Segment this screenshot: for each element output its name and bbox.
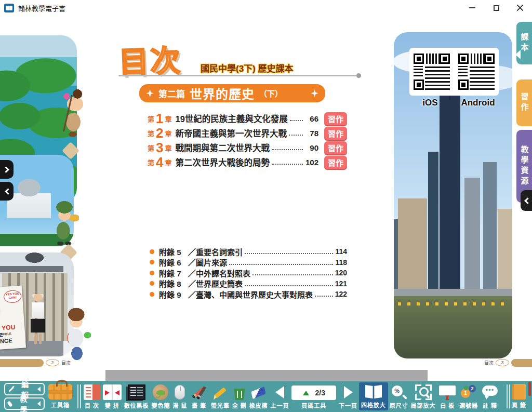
tool-附錄 6[interactable]: 附錄 6 ／圖片來源 118	[150, 257, 347, 268]
bullet-icon	[150, 260, 154, 264]
chapter-row[interactable]: 第 2 章 新帝國主義與第一次世界大戰 78 習作	[148, 126, 347, 140]
partial-zoom-icon	[415, 384, 432, 400]
pencil-icon	[9, 387, 14, 392]
minimize-button[interactable]	[460, 1, 484, 15]
tool-original-size[interactable]: 原尺寸	[389, 383, 409, 410]
quad-zoom-icon	[364, 384, 383, 400]
section-banner: 第二篇 世界的歷史 （下）	[139, 84, 325, 102]
page-forward-edge-button[interactable]	[0, 160, 14, 179]
tool-dual-page[interactable]: 雙 拼	[102, 383, 123, 410]
bullet-icon	[150, 271, 154, 275]
highlighter-icon	[211, 384, 230, 400]
tool-annotation[interactable]: 註 釋	[480, 383, 500, 410]
appendix-title[interactable]: ／臺灣、中國與世界歷史大事對照表	[188, 289, 313, 300]
workbook-badge[interactable]: 習作	[324, 156, 347, 169]
chameleon-icon	[153, 384, 168, 400]
tool-prev-page[interactable]: 上一頁	[269, 383, 290, 410]
page-back-edge-button[interactable]	[0, 182, 14, 201]
page-number-pill: 2	[46, 359, 59, 366]
appendix-title[interactable]: ／圖片來源	[188, 257, 227, 268]
appendix-title[interactable]: ／世界歷史簡表	[188, 278, 243, 289]
app-window: 翰林教學電子書 YES YOU CAN! ANT YOU TO TACKLE M…	[0, 0, 532, 412]
appendix-name: 附錄 7	[159, 268, 188, 278]
tool-quad-zoom[interactable]: 四格放大	[359, 382, 388, 410]
tool-chameleon[interactable]: 變色龍	[150, 383, 171, 410]
page-number-display[interactable]: 2/3	[291, 386, 336, 400]
appendix-title[interactable]: ／中外譯名對照表	[188, 268, 250, 278]
tool-mouse[interactable]: 滑 鼠	[171, 383, 188, 410]
collapse-panel-button[interactable]	[521, 190, 532, 211]
tab-workbook[interactable]: 習作	[516, 79, 532, 126]
page-marker-left[interactable]: 2 目次	[0, 358, 71, 367]
appendix-page-number: 114	[335, 247, 347, 256]
workbook-badge[interactable]: 習作	[324, 112, 347, 125]
chapter-prefix: 第	[148, 114, 154, 124]
tool-label: 橡皮擦	[249, 401, 268, 409]
dot-leader	[272, 164, 303, 165]
tool-page-number-tool[interactable]: 2/3 頁碼工具	[290, 384, 337, 410]
chapter-page-number: 90	[305, 143, 318, 152]
appendix-name: 附錄 9	[159, 289, 188, 300]
workbook-badge[interactable]: 習作	[324, 127, 347, 140]
chapter-row[interactable]: 第 3 章 戰間期與第二次世界大戰 90 習作	[148, 140, 347, 155]
tool-number-picker[interactable]: 選號器	[458, 383, 479, 410]
page-marker-right[interactable]: 目次 3	[484, 358, 532, 367]
triangle-left-icon	[37, 387, 41, 392]
teach-mode-label: 教 學	[14, 393, 35, 412]
tool-whiteboard[interactable]: 白 板	[437, 383, 458, 410]
appendix-name: 附錄 5	[159, 246, 188, 257]
tool-附錄 9[interactable]: 附錄 9 ／臺灣、中國與世界歷史大事對照表 122	[150, 289, 347, 300]
tool-label: 滑 鼠	[172, 401, 187, 409]
toolbox-icon	[48, 384, 72, 400]
qr-code-ios	[413, 52, 451, 91]
bookmark-bar[interactable]	[511, 359, 532, 367]
appendix-title[interactable]: ／重要名詞索引	[188, 246, 243, 257]
tool-附錄 7[interactable]: 附錄 7 ／中外譯名對照表 120	[150, 268, 347, 278]
chapter-row[interactable]: 第 4 章 第二次世界大戰後的局勢 102 習作	[148, 155, 347, 169]
page-shadow-bar	[105, 370, 428, 381]
tool-digital-blackboard[interactable]: 數位黑板	[123, 383, 150, 410]
chapter-number: 4	[156, 155, 163, 169]
window-title: 翰林教學電子書	[18, 3, 460, 13]
tool-toc[interactable]: 目 次	[83, 383, 101, 410]
delete-all-icon	[233, 389, 246, 400]
bottom-toolbar: 編 輯 教 學 工具箱 目 次	[0, 381, 532, 412]
chevron-left-icon	[5, 188, 11, 195]
section-title: 世界的歷史	[190, 84, 255, 102]
minimize-icon	[469, 7, 475, 8]
chapter-list: 第 1 章 19世紀的民族主義與文化發展 66 習作 第 2 章 新帝國主義與第…	[148, 111, 347, 169]
bookmark-bar[interactable]	[0, 359, 44, 367]
teach-mode-button[interactable]: 教 學	[4, 397, 45, 410]
tool-partial-zoom[interactable]: 局部放大	[410, 383, 437, 410]
poster-bubble-text: YES YOU CAN!	[3, 290, 22, 303]
close-button[interactable]	[508, 1, 532, 15]
page-tab-button[interactable]: 頁 籤	[511, 383, 527, 410]
prev-page-icon	[275, 386, 284, 398]
chapter-title[interactable]: 新帝國主義與第一次世界大戰	[176, 127, 287, 139]
chapter-title[interactable]: 戰間期與第二次世界大戰	[176, 141, 270, 154]
tab-textbook[interactable]: 課本	[516, 22, 532, 64]
chapter-number: 3	[156, 141, 163, 154]
tool-eraser[interactable]: 橡皮擦	[248, 383, 269, 410]
bullet-icon	[150, 281, 154, 286]
tool-highlighter[interactable]: 螢光筆	[210, 383, 231, 410]
star-icon	[311, 89, 318, 97]
chapter-title[interactable]: 第二次世界大戰後的局勢	[176, 156, 270, 168]
close-icon	[516, 4, 524, 11]
tool-label: 數位黑板	[124, 401, 149, 409]
tool-delete-all[interactable]: 全 刪	[231, 384, 248, 410]
chapter-title[interactable]: 19世紀的民族主義與文化發展	[176, 112, 288, 125]
maximize-button[interactable]	[484, 1, 508, 15]
toolbox-button[interactable]: 工具箱	[47, 383, 73, 410]
toc-icon	[84, 384, 100, 400]
page-tab-label: 頁 籤	[512, 401, 526, 409]
chapter-row[interactable]: 第 1 章 19世紀的民族主義與文化發展 66 習作	[148, 111, 347, 126]
tool-next-page[interactable]: 下一頁	[338, 383, 358, 410]
tool-附錄 5[interactable]: 附錄 5 ／重要名詞索引 114	[150, 246, 347, 257]
ios-label: iOS	[409, 98, 451, 108]
book-spread: YES YOU CAN! ANT YOU TO TACKLE MATE CHAN…	[0, 16, 532, 381]
tool-pen[interactable]: 畫 筆	[189, 383, 209, 410]
tool-label: 四格放大	[361, 401, 386, 409]
tool-附錄 8[interactable]: 附錄 8 ／世界歷史簡表 121	[150, 278, 347, 289]
workbook-badge[interactable]: 習作	[324, 141, 347, 154]
